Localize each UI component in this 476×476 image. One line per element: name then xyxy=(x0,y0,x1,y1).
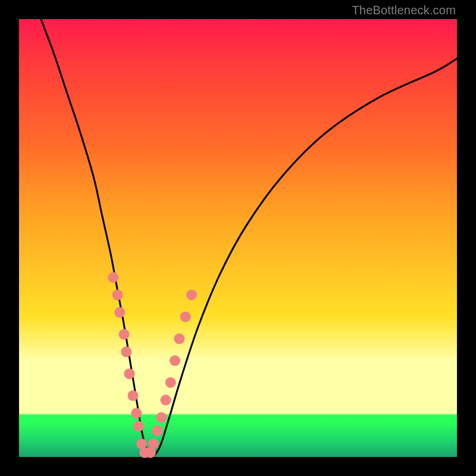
curve-layer xyxy=(19,19,457,457)
data-dot xyxy=(127,390,138,401)
data-dot xyxy=(156,412,167,423)
data-dot xyxy=(186,290,197,300)
data-dot xyxy=(148,439,159,449)
data-dot xyxy=(165,377,176,388)
data-dot xyxy=(133,421,144,431)
data-dot xyxy=(161,394,171,405)
data-dot xyxy=(145,447,156,458)
watermark-text: TheBottleneck.com xyxy=(352,4,456,17)
data-dot xyxy=(180,311,191,322)
data-dot xyxy=(170,355,180,366)
chart-container: TheBottleneck.com xyxy=(0,0,476,476)
data-dot xyxy=(152,425,163,436)
data-dot xyxy=(108,272,118,283)
data-dot xyxy=(121,346,131,357)
data-dot xyxy=(124,368,134,379)
bottleneck-curve xyxy=(41,19,457,457)
data-dot xyxy=(136,439,147,449)
data-dot xyxy=(112,290,123,300)
plot-area xyxy=(19,19,457,457)
data-dot xyxy=(119,329,130,340)
data-dot xyxy=(131,408,142,418)
data-dot xyxy=(139,447,150,458)
data-dot xyxy=(114,307,125,318)
data-dot xyxy=(174,333,184,344)
